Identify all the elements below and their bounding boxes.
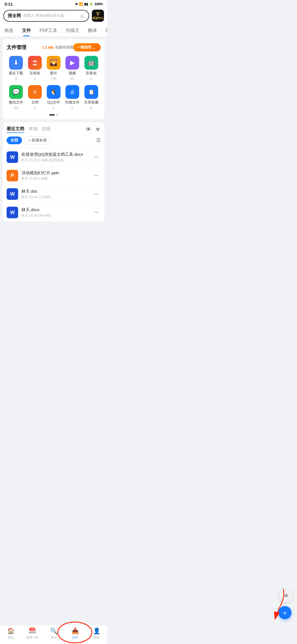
- category-count: 50: [14, 106, 18, 110]
- image-icon: 🌄: [47, 56, 61, 70]
- eye-icon[interactable]: 👁: [86, 126, 91, 133]
- zip-icon: ■■ ■■: [28, 56, 42, 70]
- category-name: 最近下载: [9, 71, 23, 76]
- wifi-icon: 📶: [79, 2, 83, 6]
- category-name: 图片: [50, 71, 57, 76]
- doc-name: 林天.doc: [21, 189, 88, 194]
- signal-icon: ▮▮: [84, 2, 88, 6]
- category-name: 安装包: [86, 71, 97, 76]
- file-categories-row2: 💬 微信文件 50 ≡ 文档 5 🐧 QQ文件 0 🖨 扫描文件 0 📋 文库收…: [7, 85, 101, 110]
- tab-featured[interactable]: 精选: [0, 26, 18, 36]
- list-view-icon[interactable]: ☰: [96, 137, 101, 143]
- category-recent-download[interactable]: ⬇ 最近下载 0: [8, 56, 24, 81]
- doc-name: 林天.docx: [21, 207, 88, 212]
- category-count: 0: [90, 77, 92, 81]
- page-dots: [7, 114, 101, 116]
- filter-icon[interactable]: ⛛: [95, 126, 101, 133]
- apk-icon: 🤖: [84, 56, 98, 70]
- doc-info: 林天.docx 昨天 10:34 144.4KB: [21, 207, 88, 218]
- more-icon[interactable]: •••: [92, 172, 101, 179]
- clean-button[interactable]: 一键清理 🧹: [73, 43, 101, 51]
- doc-item[interactable]: W 欢迎使用QQ浏览器文档工具.docx 昨天 15:28 5.1MB QQ浏览…: [7, 148, 101, 166]
- category-name: QQ文件: [47, 100, 60, 105]
- vip-label: 权益中心: [92, 16, 103, 20]
- category-qq[interactable]: 🐧 QQ文件 0: [45, 85, 62, 110]
- category-count: 0: [53, 106, 55, 110]
- word-doc-icon: W: [7, 151, 18, 163]
- doc-item[interactable]: W 林天.doc 昨天 10:34 172.0KB •••: [7, 185, 101, 203]
- category-video[interactable]: ▶ 视频 41: [64, 56, 81, 81]
- recent-tab-local[interactable]: 本地: [29, 126, 37, 133]
- tab-translate[interactable]: 翻译: [84, 26, 101, 36]
- category-docs[interactable]: ≡ 文档 5: [27, 85, 43, 110]
- search-label: 搜全网: [8, 13, 21, 19]
- status-time: 3:11: [4, 2, 13, 6]
- category-name: 文档: [31, 100, 38, 105]
- trash-size: 7.2 MB: [42, 45, 54, 50]
- file-mgmt-title: 文件管理: [7, 44, 26, 51]
- recent-docs-card: 最近文档 本地 在线 👁 ⛛ 全部 + 新建标签 ☰ W 欢迎使用QQ浏览器文档…: [3, 122, 105, 222]
- category-name: 微信文件: [9, 100, 23, 105]
- doc-item[interactable]: W 林天.docx 昨天 10:34 144.4KB •••: [7, 203, 101, 222]
- recent-header: 最近文档 本地 在线 👁 ⛛: [7, 126, 101, 133]
- tab-pdf[interactable]: PDF工具: [35, 26, 62, 36]
- word-doc-icon: W: [7, 188, 18, 200]
- recent-tabs: 最近文档 本地 在线: [7, 126, 51, 133]
- recent-tab-online[interactable]: 在线: [42, 126, 51, 133]
- doc-name: 欢迎使用QQ浏览器文档工具.docx: [21, 152, 88, 157]
- broom-icon: 🧹: [92, 45, 97, 50]
- category-zip[interactable]: ■■ ■■ 压缩包 2: [27, 56, 43, 81]
- doc-icon: ≡: [28, 85, 42, 99]
- filter-new-tag[interactable]: + 新建标签: [24, 136, 51, 144]
- printer-icon: 🖨: [79, 13, 85, 19]
- recent-tab-recent[interactable]: 最近文档: [7, 126, 24, 133]
- category-count: 0: [90, 106, 92, 110]
- category-count: 41: [71, 77, 74, 81]
- word-doc-icon: W: [7, 207, 18, 218]
- doc-item[interactable]: P 活动规划幻灯片.pptx 昨天 15:08 1.9MB •••: [7, 166, 101, 185]
- battery-icon: 🔋: [89, 2, 93, 6]
- qq-icon: 🐧: [47, 85, 61, 99]
- category-name: 扫描文件: [65, 100, 79, 105]
- tab-scan[interactable]: 扫描王: [62, 26, 84, 36]
- trash-label: 垃圾待清理: [55, 45, 73, 50]
- filter-all[interactable]: 全部: [7, 137, 22, 144]
- library-icon: 📋: [84, 85, 98, 99]
- category-count: 756: [51, 77, 56, 81]
- doc-name: 活动规划幻灯片.pptx: [21, 170, 88, 176]
- more-icon[interactable]: •••: [92, 209, 101, 216]
- category-name: 文库收藏: [84, 100, 98, 105]
- category-wechat[interactable]: 💬 微信文件 50: [8, 85, 24, 110]
- tab-files[interactable]: 文件: [18, 26, 35, 36]
- dot-1: [49, 114, 55, 116]
- filter-row: 全部 + 新建标签 ☰: [7, 136, 101, 144]
- download-icon: ⬇: [9, 56, 23, 70]
- vip-letter: V: [96, 11, 100, 16]
- wechat-icon: 💬: [9, 85, 23, 99]
- search-bar: 搜全网 戒图片 两份pdf如何合成- 🖨 V 权益中心: [0, 7, 107, 24]
- search-input-wrap[interactable]: 搜全网 戒图片 两份pdf如何合成- 🖨: [3, 10, 89, 22]
- category-name: 压缩包: [29, 71, 40, 76]
- more-icon[interactable]: •••: [92, 190, 101, 198]
- status-icons: ✲ 📶 ▮▮ 🔋 100%: [75, 2, 103, 6]
- category-scan[interactable]: 🖨 扫描文件 0: [64, 85, 81, 110]
- recent-actions: 👁 ⛛: [86, 126, 101, 133]
- category-count: 2: [34, 77, 36, 81]
- file-categories-row1: ⬇ 最近下载 0 ■■ ■■ 压缩包 2 🌄 图片 756 ▶ 视频 41 🤖: [7, 56, 101, 81]
- category-apk[interactable]: 🤖 安装包 0: [83, 56, 100, 81]
- more-icon[interactable]: •••: [92, 154, 101, 161]
- doc-meta: 昨天 15:28 5.1MB QQ浏览器: [21, 158, 88, 163]
- status-bar: 3:11 ✲ 📶 ▮▮ 🔋 100%: [0, 0, 107, 7]
- category-name: 视频: [69, 71, 76, 76]
- file-management-card: 文件管理 7.2 MB 垃圾待清理 一键清理 🧹 ⬇ 最近下载 0 ■■ ■■ …: [3, 39, 105, 119]
- category-images[interactable]: 🌄 图片 756: [45, 56, 62, 81]
- category-library[interactable]: 📋 文库收藏 0: [83, 85, 100, 110]
- scan-icon: 🖨: [65, 85, 79, 99]
- tab-sync[interactable]: 同步学: [101, 26, 107, 36]
- dot-2: [56, 114, 58, 116]
- file-mgmt-header: 文件管理 7.2 MB 垃圾待清理 一键清理 🧹: [7, 43, 101, 51]
- video-icon: ▶: [65, 56, 79, 70]
- nav-tabs: 精选 文件 PDF工具 扫描王 翻译 同步学: [0, 24, 107, 37]
- category-count: 0: [15, 77, 17, 81]
- vip-badge[interactable]: V 权益中心: [92, 10, 104, 22]
